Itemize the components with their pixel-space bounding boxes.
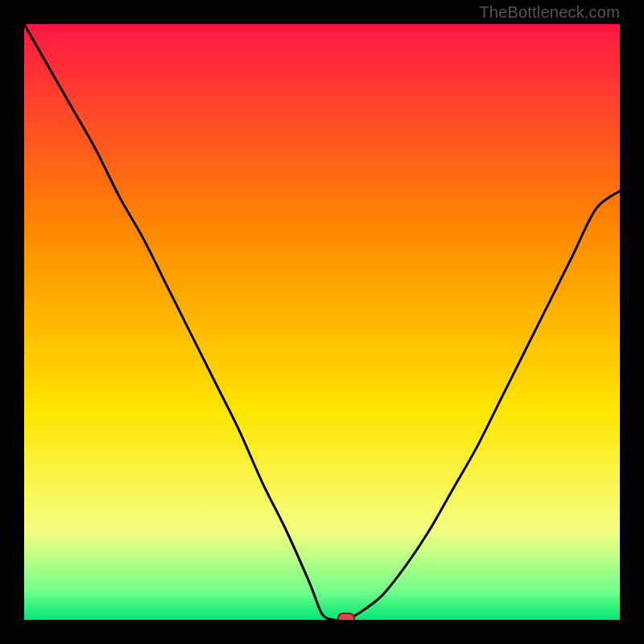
- watermark-text: TheBottleneck.com: [479, 3, 620, 22]
- plot-area: [24, 24, 620, 620]
- chart-frame: TheBottleneck.com: [0, 0, 644, 644]
- optimal-point-marker: [337, 613, 355, 620]
- bottleneck-curve: [24, 24, 620, 620]
